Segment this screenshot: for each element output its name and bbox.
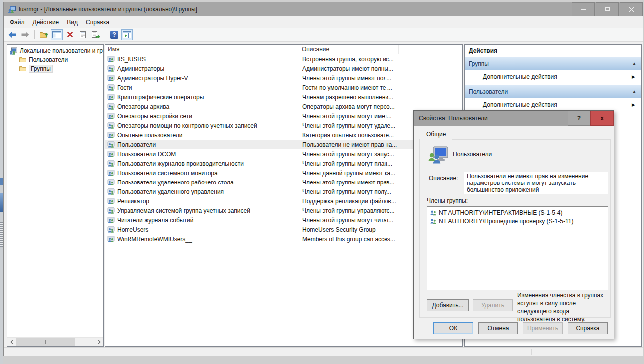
toolbar-separator bbox=[105, 30, 105, 39]
group-row[interactable]: Управляемая системой группа учетных запи… bbox=[105, 206, 462, 215]
group-row[interactable]: WinRMRemoteWMIUsers__ Members of this gr… bbox=[105, 234, 462, 244]
dialog-body: Общие Пользователи Описа bbox=[414, 126, 614, 339]
section-title: Группы bbox=[469, 60, 489, 67]
group-row[interactable]: Гости Гости по умолчанию имеют те ... bbox=[105, 83, 462, 92]
group-row[interactable]: Читатели журнала событий Члены этой груп… bbox=[105, 215, 462, 225]
action-item-label: Дополнительные действия bbox=[483, 73, 557, 80]
up-level-button[interactable] bbox=[38, 29, 50, 40]
group-row[interactable]: Пользователи удаленного рабочего стола Ч… bbox=[105, 178, 462, 187]
tree-root-local-users-groups[interactable]: Локальные пользователи и группы (локальн… bbox=[7, 46, 103, 55]
scrollbar-track[interactable] bbox=[16, 338, 95, 346]
show-action-pane-button[interactable] bbox=[121, 29, 133, 40]
scroll-right-button[interactable] bbox=[95, 338, 103, 346]
menu-item[interactable]: Вид bbox=[63, 17, 82, 27]
scrollbar-thumb[interactable] bbox=[16, 338, 75, 346]
forward-button[interactable] bbox=[19, 29, 31, 40]
window-titlebar[interactable]: lusrmgr - [Локальные пользователи и груп… bbox=[4, 2, 643, 16]
tab-general[interactable]: Общие bbox=[420, 129, 452, 140]
delete-x-icon bbox=[67, 31, 73, 38]
member-item[interactable]: NT AUTHORITY\Прошедшие проверку (S-1-5-1… bbox=[428, 217, 607, 225]
dialog-title: Свойства: Пользователи bbox=[419, 115, 488, 122]
dialog-titlebar[interactable]: Свойства: Пользователи ? x bbox=[414, 111, 614, 126]
group-row[interactable]: Операторы архива Операторы архива могут … bbox=[105, 102, 462, 111]
dialog-close-button[interactable]: x bbox=[590, 111, 614, 126]
group-row[interactable]: Пользователи системного монитора Члены д… bbox=[105, 168, 462, 178]
member-item[interactable]: NT AUTHORITY\ИНТЕРАКТИВНЫЕ (S-1-5-4) bbox=[428, 208, 607, 217]
help-button[interactable]: Справка bbox=[568, 322, 608, 334]
group-row[interactable]: Пользователи Пользователи не имеют прав … bbox=[105, 140, 462, 149]
collapse-icon[interactable]: ▲ bbox=[632, 61, 636, 66]
group-row[interactable]: Криптографические операторы Членам разре… bbox=[105, 92, 462, 102]
show-console-tree-button[interactable] bbox=[51, 29, 63, 40]
remove-button[interactable]: Удалить bbox=[473, 299, 513, 311]
menu-item[interactable]: Действие bbox=[29, 17, 63, 27]
add-button[interactable]: Добавить... bbox=[427, 299, 469, 311]
properties-button[interactable] bbox=[77, 29, 89, 40]
group-row[interactable]: Операторы помощи по контролю учетных зап… bbox=[105, 121, 462, 130]
tree-horizontal-scrollbar[interactable] bbox=[7, 337, 103, 346]
help-toolbar-button[interactable]: ? bbox=[108, 29, 120, 40]
group-row[interactable]: Опытные пользователи Категория опытных п… bbox=[105, 130, 462, 140]
background-window-fragment bbox=[0, 178, 3, 185]
column-header-name[interactable]: Имя bbox=[105, 45, 299, 54]
minimize-icon bbox=[581, 9, 586, 10]
group-icon bbox=[107, 56, 115, 62]
export-list-button[interactable] bbox=[90, 29, 102, 40]
group-row[interactable]: Репликатор Поддержка репликации файлов..… bbox=[105, 196, 462, 206]
group-row[interactable]: HomeUsers HomeUsers Security Group bbox=[105, 225, 462, 234]
more-actions-users[interactable]: Дополнительные действия ▶ bbox=[465, 98, 641, 111]
group-icon bbox=[107, 217, 115, 223]
actions-section-users[interactable]: Пользователи ▲ bbox=[465, 85, 641, 98]
group-icon bbox=[107, 75, 115, 81]
console-tree-panel: Локальные пользователи и группы (локальн… bbox=[7, 44, 104, 347]
groups-list: IIS_IUSRS Встроенная группа, которую ис.… bbox=[105, 54, 462, 346]
group-icon bbox=[107, 188, 115, 195]
properties-dialog: Свойства: Пользователи ? x Общие bbox=[413, 110, 614, 339]
actions-pane-title: Действия bbox=[465, 45, 641, 57]
group-row[interactable]: Пользователи удаленного управления Члены… bbox=[105, 187, 462, 196]
tree-item-label: Пользователи bbox=[29, 56, 68, 63]
minimize-button[interactable] bbox=[572, 2, 595, 16]
tree-item-groups[interactable]: Группы bbox=[7, 64, 103, 73]
collapse-icon[interactable]: ▲ bbox=[632, 89, 636, 94]
submenu-arrow-icon: ▶ bbox=[632, 102, 635, 107]
dialog-controls: ? x bbox=[568, 111, 614, 126]
group-icon bbox=[107, 94, 115, 100]
apply-button[interactable]: Применить bbox=[523, 322, 563, 334]
group-icon bbox=[107, 160, 115, 167]
actions-section-groups[interactable]: Группы ▲ bbox=[465, 57, 641, 70]
members-listbox[interactable]: NT AUTHORITY\ИНТЕРАКТИВНЫЕ (S-1-5-4) bbox=[427, 206, 608, 290]
tab-page-general: Пользователи Описание: Пользователи не и… bbox=[419, 139, 611, 318]
group-row[interactable]: Администраторы Администраторы имеют полн… bbox=[105, 64, 462, 73]
column-header-description[interactable]: Описание bbox=[299, 45, 399, 54]
menu-item[interactable]: Справка bbox=[82, 17, 113, 27]
members-label: Члены группы: bbox=[427, 197, 468, 204]
forward-icon bbox=[21, 32, 29, 38]
toolbar: ? bbox=[4, 28, 643, 42]
menu-item[interactable]: Файл bbox=[6, 17, 29, 27]
tree-item-users[interactable]: Пользователи bbox=[7, 55, 103, 64]
group-row[interactable]: IIS_IUSRS Встроенная группа, которую ис.… bbox=[105, 54, 462, 64]
group-row[interactable]: Пользователи журналов производительности… bbox=[105, 159, 462, 168]
group-row[interactable]: Пользователи DCOM Члены этой группы могу… bbox=[105, 149, 462, 159]
dialog-footer: ОК Отмена Применить Справка bbox=[433, 322, 608, 334]
desktop: lusrmgr - [Локальные пользователи и груп… bbox=[0, 0, 644, 364]
member-group-icon bbox=[430, 210, 437, 216]
dialog-help-button[interactable]: ? bbox=[568, 111, 590, 126]
back-button[interactable] bbox=[6, 29, 18, 40]
description-input[interactable]: Пользователи не имеют прав на изменение … bbox=[464, 172, 608, 194]
maximize-button[interactable] bbox=[596, 2, 619, 16]
group-icon bbox=[107, 179, 115, 185]
more-actions-groups[interactable]: Дополнительные действия ▶ bbox=[465, 70, 641, 83]
close-button[interactable] bbox=[620, 2, 643, 16]
group-row[interactable]: Операторы настройки сети Члены этой груп… bbox=[105, 111, 462, 121]
maximize-icon bbox=[605, 7, 610, 11]
ok-button[interactable]: ОК bbox=[433, 322, 473, 334]
delete-button[interactable] bbox=[64, 29, 76, 40]
tree-item-label: Группы bbox=[29, 65, 53, 73]
group-row[interactable]: Администраторы Hyper-V Члены этой группы… bbox=[105, 73, 462, 83]
export-list-icon bbox=[92, 31, 100, 38]
cancel-button[interactable]: Отмена bbox=[478, 322, 518, 334]
status-separator bbox=[599, 349, 599, 355]
scroll-left-button[interactable] bbox=[7, 338, 16, 346]
